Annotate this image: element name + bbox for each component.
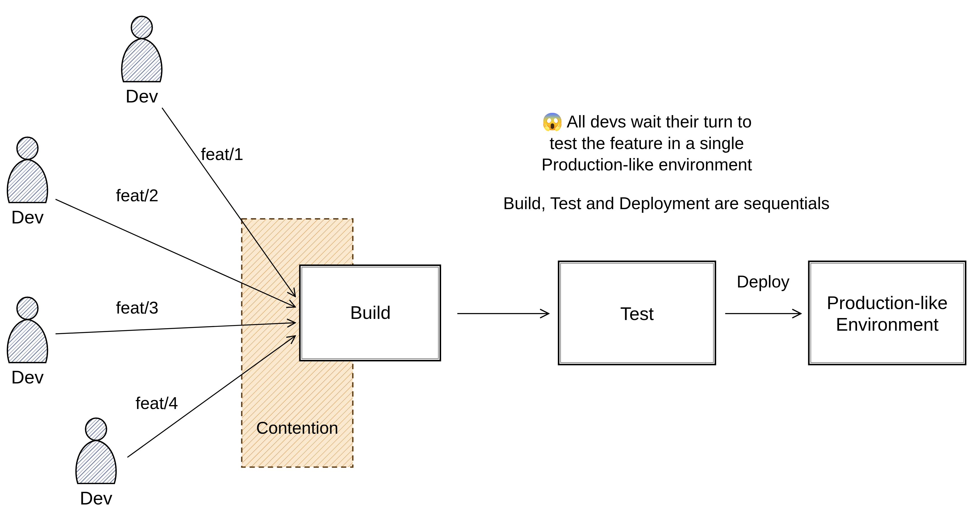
deploy-label: Deploy xyxy=(737,272,790,291)
dev-label-4: Dev xyxy=(80,488,112,505)
test-label: Test xyxy=(620,303,654,324)
pipeline-diagram: Contention Build Test Production-like En… xyxy=(0,0,980,505)
build-box: Build xyxy=(300,265,440,361)
annotation-line4: Build, Test and Deployment are sequentia… xyxy=(503,194,830,213)
prod-box: Production-like Environment xyxy=(809,261,966,365)
feat-1-label: feat/1 xyxy=(201,145,243,164)
annotation-line2: test the feature in a single xyxy=(550,134,744,153)
svg-text:😱 All devs wait their turn to: 😱 All devs wait their turn to xyxy=(542,112,752,132)
svg-point-12 xyxy=(131,16,152,38)
build-label: Build xyxy=(350,302,391,323)
annotation-line3: Production-like environment xyxy=(541,155,752,174)
svg-point-13 xyxy=(17,137,38,159)
feat-3-label: feat/3 xyxy=(116,298,158,317)
dev-label-2: Dev xyxy=(11,207,44,227)
dev-actor-1: Dev xyxy=(122,16,162,107)
svg-point-14 xyxy=(17,297,38,319)
dev-label-1: Dev xyxy=(126,86,158,107)
svg-point-15 xyxy=(86,418,107,440)
contention-label: Contention xyxy=(256,418,339,437)
dev-actor-2: Dev xyxy=(7,137,48,227)
arrow-feat-1 xyxy=(162,108,295,297)
annotation-line1: All devs wait their turn to xyxy=(563,112,752,131)
annotation-emoji: 😱 xyxy=(542,112,563,132)
dev-actor-3: Dev xyxy=(7,297,48,387)
test-box: Test xyxy=(558,261,716,365)
dev-actor-4: Dev xyxy=(76,418,116,505)
annotation-block: 😱 All devs wait their turn to test the f… xyxy=(503,112,830,213)
feat-2-label: feat/2 xyxy=(116,186,158,205)
prod-label-line2: Environment xyxy=(836,314,939,335)
feat-4-label: feat/4 xyxy=(135,393,178,413)
prod-label-line1: Production-like xyxy=(827,293,948,313)
dev-label-3: Dev xyxy=(11,367,44,387)
